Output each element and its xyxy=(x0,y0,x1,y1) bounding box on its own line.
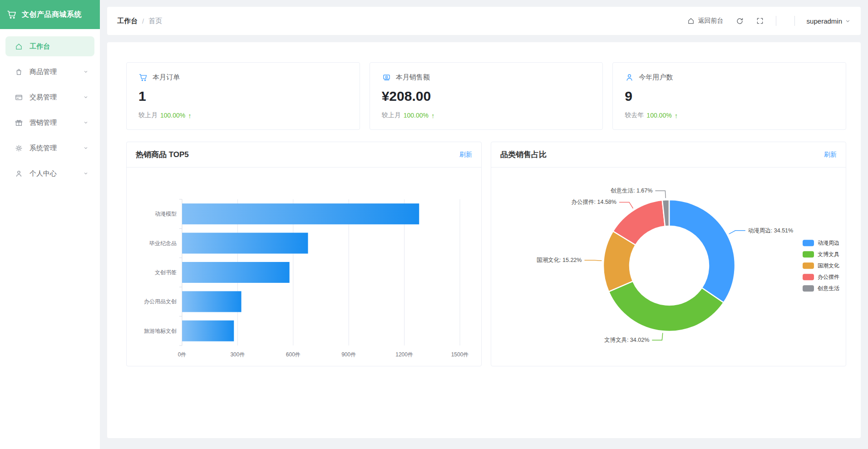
svg-text:1500件: 1500件 xyxy=(451,351,469,358)
sidebar-item-label: 营销管理 xyxy=(30,118,57,127)
bar-chart-canvas: 0件300件600件900件1200件1500件动漫模型毕业纪念品文创书签办公用… xyxy=(127,168,483,366)
bar-chart: 0件300件600件900件1200件1500件动漫模型毕业纪念品文创书签办公用… xyxy=(127,168,481,366)
stat-compare-value: 100.00% xyxy=(404,112,429,119)
credit-card-icon xyxy=(15,93,23,102)
home-icon xyxy=(15,42,23,51)
sidebar-item-marketing[interactable]: 营销管理 xyxy=(5,113,94,133)
charts-row: 热销商品 TOP5 刷新 0件300件600件900件1200件1500件动漫模… xyxy=(126,142,846,366)
legend-item[interactable]: 国潮文化 xyxy=(803,262,839,270)
sidebar-item-label: 工作台 xyxy=(30,42,50,51)
stat-value: 1 xyxy=(138,89,348,104)
sidebar-item-label: 交易管理 xyxy=(30,93,57,102)
panel-title: 热销商品 TOP5 xyxy=(136,149,189,160)
username: superadmin xyxy=(807,17,842,25)
trend-up-icon: ↑ xyxy=(188,112,192,119)
svg-text:300件: 300件 xyxy=(230,351,245,358)
stat-title: 本月销售额 xyxy=(396,73,430,82)
donut-chart-canvas: 动漫周边: 34.51%文博文具: 34.02%国潮文化: 15.22%办公摆件… xyxy=(491,168,847,366)
chevron-down-icon xyxy=(83,145,89,151)
stat-compare-label: 较上月 xyxy=(382,111,401,119)
user-icon xyxy=(625,73,634,82)
legend-color-chip xyxy=(803,262,814,269)
chevron-down-icon xyxy=(83,170,89,177)
sidebar-item-workbench[interactable]: 工作台 xyxy=(5,36,94,56)
legend-label: 创意生活 xyxy=(818,285,839,292)
app-title: 文创产品商城系统 xyxy=(22,10,82,20)
stat-card-yearly-users: 今年用户数 9 较去年 100.00% ↑ xyxy=(612,62,846,130)
breadcrumb-separator: / xyxy=(142,17,144,25)
divider xyxy=(776,16,776,26)
panel-title: 品类销售占比 xyxy=(500,149,547,160)
legend-color-chip xyxy=(803,251,814,257)
dashboard-content: 本月订单 1 较上月 100.00% ↑ 本月销售额 ¥208.00 较上月 1… xyxy=(107,42,861,438)
legend-color-chip xyxy=(803,285,814,291)
legend-item[interactable]: 创意生活 xyxy=(803,285,839,292)
donut-chart: 动漫周边: 34.51%文博文具: 34.02%国潮文化: 15.22%办公摆件… xyxy=(491,168,846,366)
sidebar-menu: 工作台 商品管理 交易管理 营销管理 系统管理 个人中心 xyxy=(0,29,100,189)
stat-value: 9 xyxy=(625,89,834,104)
main-column: 工作台 / 首页 返回前台 superadmin xyxy=(100,0,868,449)
chevron-down-icon xyxy=(83,119,89,126)
svg-text:创意生活: 1.67%: 创意生活: 1.67% xyxy=(610,187,652,194)
top-header-bar: 工作台 / 首页 返回前台 superadmin xyxy=(107,7,861,35)
chevron-down-icon xyxy=(845,18,851,24)
trend-up-icon: ↑ xyxy=(675,112,678,119)
refresh-link[interactable]: 刷新 xyxy=(459,151,472,159)
chevron-down-icon xyxy=(83,69,89,75)
svg-text:900件: 900件 xyxy=(341,351,356,358)
svg-text:文博文具: 34.02%: 文博文具: 34.02% xyxy=(604,337,649,343)
svg-text:毕业纪念品: 毕业纪念品 xyxy=(149,240,177,247)
breadcrumb-page[interactable]: 首页 xyxy=(148,17,162,25)
home-icon xyxy=(687,17,695,25)
legend-label: 文博文具 xyxy=(818,251,839,258)
header-actions: 返回前台 superadmin xyxy=(687,16,851,26)
stat-compare-label: 较去年 xyxy=(625,111,644,119)
gear-icon xyxy=(15,144,23,153)
sidebar-item-system[interactable]: 系统管理 xyxy=(5,138,94,158)
stat-title: 今年用户数 xyxy=(639,73,673,82)
svg-text:国潮文化: 15.22%: 国潮文化: 15.22% xyxy=(537,257,582,263)
panel-top-products: 热销商品 TOP5 刷新 0件300件600件900件1200件1500件动漫模… xyxy=(126,142,482,366)
user-dropdown[interactable]: superadmin xyxy=(807,17,851,25)
svg-text:600件: 600件 xyxy=(286,351,301,358)
sidebar-item-profile[interactable]: 个人中心 xyxy=(5,163,94,183)
sidebar-item-products[interactable]: 商品管理 xyxy=(5,62,94,82)
refresh-link[interactable]: 刷新 xyxy=(824,151,837,159)
svg-text:0件: 0件 xyxy=(178,351,187,358)
legend-label: 动漫周边 xyxy=(818,239,839,247)
sidebar-item-trades[interactable]: 交易管理 xyxy=(5,87,94,107)
legend-item[interactable]: 文博文具 xyxy=(803,251,839,258)
svg-text:办公用品文创: 办公用品文创 xyxy=(144,298,177,305)
stat-card-monthly-orders: 本月订单 1 较上月 100.00% ↑ xyxy=(126,62,360,130)
user-icon xyxy=(15,169,23,178)
stat-card-monthly-sales: 本月销售额 ¥208.00 较上月 100.00% ↑ xyxy=(370,62,603,130)
trend-up-icon: ↑ xyxy=(431,112,435,119)
sidebar-item-label: 系统管理 xyxy=(30,144,57,153)
legend-item[interactable]: 动漫周边 xyxy=(803,239,839,247)
refresh-icon[interactable] xyxy=(735,17,744,25)
shopping-cart-icon xyxy=(6,9,17,20)
legend-label: 办公摆件 xyxy=(818,273,839,281)
cart-icon xyxy=(138,73,148,82)
svg-text:办公摆件: 14.58%: 办公摆件: 14.58% xyxy=(572,199,616,205)
legend-color-chip xyxy=(803,274,814,280)
breadcrumb-section[interactable]: 工作台 xyxy=(117,17,138,25)
chart-legend: 动漫周边文博文具国潮文化办公摆件创意生活 xyxy=(803,239,839,292)
svg-text:动漫模型: 动漫模型 xyxy=(155,211,177,217)
back-to-front-button[interactable]: 返回前台 xyxy=(687,17,724,25)
bag-icon xyxy=(15,68,23,76)
stat-compare-value: 100.00% xyxy=(160,112,185,119)
svg-text:1200件: 1200件 xyxy=(395,351,413,358)
sidebar-item-label: 个人中心 xyxy=(30,169,57,178)
money-icon xyxy=(382,73,391,82)
fullscreen-icon[interactable] xyxy=(756,17,764,25)
app-logo: 文创产品商城系统 xyxy=(0,0,100,29)
legend-item[interactable]: 办公摆件 xyxy=(803,273,839,281)
stats-row: 本月订单 1 较上月 100.00% ↑ 本月销售额 ¥208.00 较上月 1… xyxy=(126,62,846,130)
stat-title: 本月订单 xyxy=(153,73,180,82)
stat-compare-label: 较上月 xyxy=(138,111,158,119)
sidebar-item-label: 商品管理 xyxy=(30,68,57,76)
svg-text:动漫周边: 34.51%: 动漫周边: 34.51% xyxy=(748,227,793,234)
panel-category-share: 品类销售占比 刷新 动漫周边: 34.51%文博文具: 34.02%国潮文化: … xyxy=(491,142,846,366)
stat-value: ¥208.00 xyxy=(382,89,591,104)
